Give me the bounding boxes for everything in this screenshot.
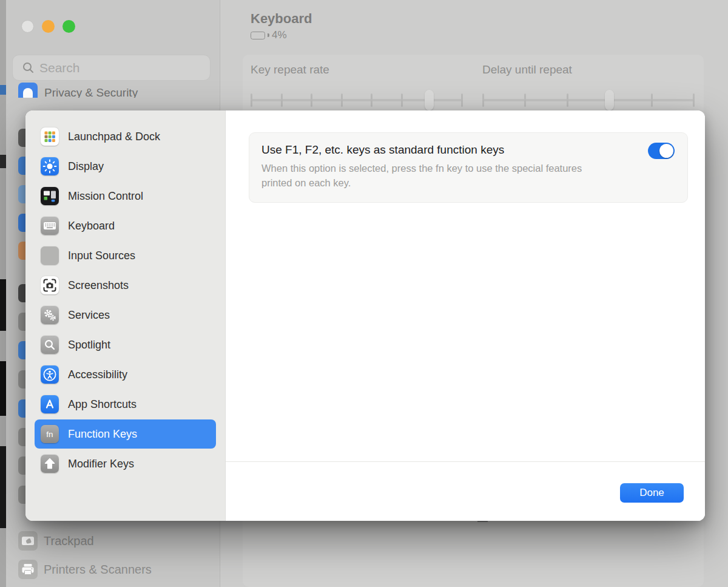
toggle-knob bbox=[659, 144, 673, 158]
minimize-button[interactable] bbox=[42, 20, 55, 33]
slider-tick bbox=[401, 93, 403, 107]
printer-icon bbox=[18, 560, 38, 579]
sidebar-app-icon-clipped bbox=[18, 284, 25, 302]
zoom-button[interactable] bbox=[62, 20, 75, 33]
sheet-item-launchpad-dock[interactable]: Launchpad & Dock bbox=[35, 122, 216, 151]
delay-until-repeat-label: Delay until repeat bbox=[482, 63, 572, 76]
sheet-item-label: Modifier Keys bbox=[68, 458, 134, 470]
done-button[interactable]: Done bbox=[620, 483, 684, 503]
search-icon bbox=[22, 62, 34, 73]
sheet-item-spotlight[interactable]: Spotlight bbox=[35, 330, 216, 359]
keyboard-battery-status: 4% bbox=[251, 29, 287, 41]
page-title: Keyboard bbox=[251, 11, 312, 27]
spotlight-icon bbox=[41, 336, 59, 354]
sheet-item-function-keys[interactable]: fnFunction Keys bbox=[35, 419, 216, 449]
slider-tick bbox=[251, 93, 252, 107]
sidebar-item-trackpad[interactable]: Trackpad bbox=[18, 531, 94, 551]
battery-icon-nub bbox=[268, 33, 269, 37]
sheet-item-services[interactable]: Services bbox=[35, 300, 216, 330]
display-icon bbox=[41, 157, 59, 175]
sheet-item-display[interactable]: Display bbox=[35, 152, 216, 181]
function-keys-icon: fn bbox=[41, 425, 59, 443]
sidebar-app-icon-clipped bbox=[18, 486, 25, 504]
sheet-item-label: Screenshots bbox=[68, 279, 129, 292]
sheet-item-label: Spotlight bbox=[68, 339, 110, 351]
slider-tick bbox=[281, 93, 283, 107]
key-repeat-rate-slider[interactable] bbox=[251, 89, 463, 111]
function-keys-card: Use F1, F2, etc. keys as standard functi… bbox=[249, 132, 688, 203]
key-repeat-rate-label: Key repeat rate bbox=[251, 63, 329, 76]
sidebar-item-label: Trackpad bbox=[44, 534, 94, 548]
desktop-patch bbox=[0, 155, 6, 168]
keyboard-shortcuts-sheet: Launchpad & DockDisplayMission ControlKe… bbox=[25, 110, 705, 521]
sidebar-app-icon-clipped bbox=[18, 399, 25, 418]
privacy-security-icon bbox=[18, 83, 38, 98]
sheet-item-accessibility[interactable]: Accessibility bbox=[35, 360, 216, 389]
app-shortcuts-icon bbox=[41, 395, 59, 413]
slider-tick bbox=[651, 93, 653, 107]
slider-tick bbox=[341, 93, 343, 107]
screenshots-icon bbox=[41, 276, 59, 294]
sidebar-item-label: Printers & Scanners bbox=[44, 563, 152, 577]
sidebar-app-icon-clipped bbox=[18, 313, 25, 331]
search-input[interactable]: Search bbox=[12, 55, 211, 81]
desktop-patch bbox=[0, 85, 6, 95]
battery-percent: 4% bbox=[272, 29, 287, 41]
sheet-footer: Done bbox=[226, 461, 705, 521]
function-keys-panel: Use F1, F2, etc. keys as standard functi… bbox=[226, 110, 705, 521]
sheet-item-screenshots[interactable]: Screenshots bbox=[35, 271, 216, 300]
slider-tick bbox=[524, 93, 526, 107]
sheet-item-modifier-keys[interactable]: Modifier Keys bbox=[35, 449, 216, 478]
sheet-item-app-shortcuts[interactable]: App Shortcuts bbox=[35, 390, 216, 419]
setting-description: When this option is selected, press the … bbox=[261, 161, 610, 191]
trackpad-icon bbox=[18, 531, 38, 551]
desktop-patch bbox=[0, 446, 6, 528]
sheet-item-label: Display bbox=[68, 160, 104, 173]
sidebar-app-icon-clipped bbox=[18, 185, 25, 203]
mission-control-icon bbox=[41, 187, 59, 205]
services-icon bbox=[41, 306, 59, 324]
setting-title: Use F1, F2, etc. keys as standard functi… bbox=[261, 143, 675, 157]
sheet-item-label: App Shortcuts bbox=[68, 398, 136, 411]
sidebar-app-icon-clipped bbox=[18, 370, 25, 389]
sidebar-app-icon-clipped bbox=[18, 428, 25, 446]
function-keys-toggle[interactable] bbox=[648, 143, 675, 159]
slider-handle[interactable] bbox=[425, 90, 434, 110]
accessibility-icon bbox=[41, 365, 59, 384]
sheet-item-label: Mission Control bbox=[68, 190, 143, 203]
battery-icon bbox=[251, 32, 265, 39]
system-settings-screen: Search Privacy & Security TrackpadPrinte… bbox=[0, 0, 728, 587]
sidebar-app-icon-clipped bbox=[18, 214, 25, 232]
sidebar-item-printers-scanners[interactable]: Printers & Scanners bbox=[18, 560, 152, 579]
sidebar-app-icon-clipped bbox=[18, 157, 25, 175]
slider-tick bbox=[461, 93, 463, 107]
slider-tick bbox=[567, 93, 568, 107]
slider-tick bbox=[693, 93, 695, 107]
slider-handle[interactable] bbox=[605, 90, 614, 110]
sidebar-item-privacy-security-clipped[interactable]: Privacy & Security bbox=[18, 83, 212, 98]
desktop-patch bbox=[0, 279, 6, 331]
modifier-keys-icon bbox=[41, 455, 59, 473]
window-controls bbox=[21, 20, 75, 33]
sidebar-app-icon-clipped bbox=[18, 129, 25, 147]
sidebar-item-label: Privacy & Security bbox=[44, 85, 138, 98]
sidebar-app-icon-clipped bbox=[18, 341, 25, 359]
slider-tick bbox=[371, 93, 372, 107]
launchpad-icon bbox=[41, 127, 59, 146]
sheet-item-input-sources[interactable]: Input Sources bbox=[35, 241, 216, 270]
sheet-item-label: Accessibility bbox=[68, 368, 127, 381]
sheet-item-label: Function Keys bbox=[68, 428, 137, 441]
sheet-item-mission-control[interactable]: Mission Control bbox=[35, 182, 216, 211]
slider-tick bbox=[311, 93, 312, 107]
sheet-item-label: Launchpad & Dock bbox=[68, 131, 160, 143]
desktop-edge bbox=[0, 0, 6, 587]
close-button[interactable] bbox=[21, 20, 34, 33]
sheet-item-keyboard[interactable]: Keyboard bbox=[35, 211, 216, 240]
sheet-item-label: Input Sources bbox=[68, 249, 135, 262]
sheet-item-label: Keyboard bbox=[68, 220, 115, 232]
delay-until-repeat-slider[interactable] bbox=[482, 89, 695, 111]
sidebar-app-icon-clipped bbox=[18, 456, 25, 475]
desktop-patch bbox=[0, 361, 6, 416]
keyboard-icon bbox=[41, 217, 59, 235]
slider-track bbox=[482, 99, 695, 101]
